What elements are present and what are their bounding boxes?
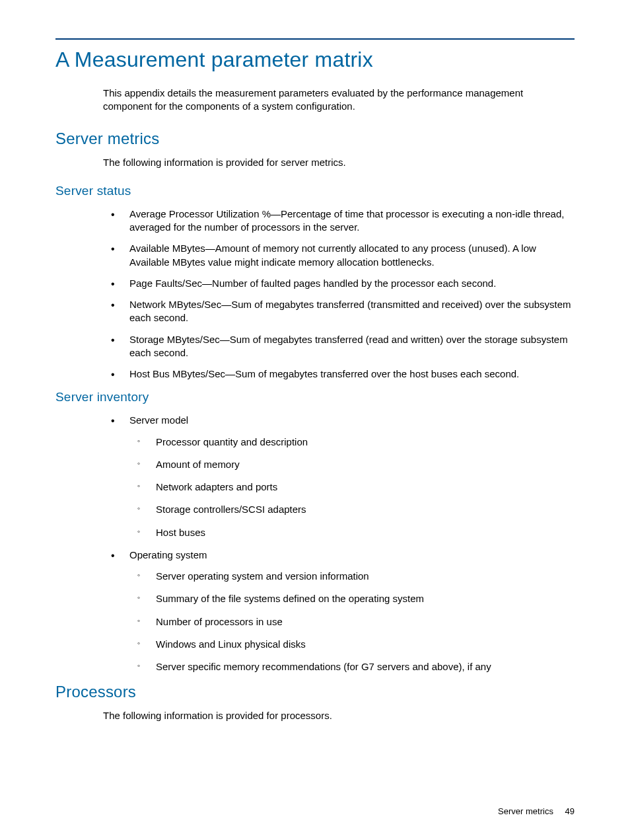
section-heading-server-inventory: Server inventory xyxy=(55,390,575,404)
list-item: Network MBytes/Sec—Sum of megabytes tran… xyxy=(103,298,575,325)
header-rule xyxy=(55,38,575,40)
footer-title: Server metrics xyxy=(498,806,553,816)
list-item: Server model Processor quantity and desc… xyxy=(103,414,575,539)
sub-list: Server operating system and version info… xyxy=(129,570,575,673)
list-item: Operating system Server operating system… xyxy=(103,549,575,674)
sub-list-item: Storage controllers/SCSI adapters xyxy=(129,503,575,516)
section-heading-processors: Processors xyxy=(55,683,575,701)
intro-paragraph: This appendix details the measurement pa… xyxy=(103,87,575,114)
sub-list-item: Server specific memory recommendations (… xyxy=(129,660,575,673)
list-item: Page Faults/Sec—Number of faulted pages … xyxy=(103,277,575,290)
page-footer: Server metrics 49 xyxy=(498,806,575,816)
footer-page-number: 49 xyxy=(565,806,575,816)
sub-list-item: Number of processors in use xyxy=(129,615,575,629)
section-heading-server-status: Server status xyxy=(55,184,575,198)
list-item: Storage MBytes/Sec—Sum of megabytes tran… xyxy=(103,333,575,360)
sub-list-item: Summary of the file systems defined on t… xyxy=(129,592,575,605)
server-metrics-intro: The following information is provided fo… xyxy=(103,156,575,169)
sub-list-item: Windows and Linux physical disks xyxy=(129,638,575,651)
list-item: Available MBytes—Amount of memory not cu… xyxy=(103,242,575,269)
list-item: Average Processor Utilization %—Percenta… xyxy=(103,208,575,235)
section-heading-server-metrics: Server metrics xyxy=(55,130,575,148)
server-status-list: Average Processor Utilization %—Percenta… xyxy=(103,208,575,381)
list-item: Host Bus MBytes/Sec—Sum of megabytes tra… xyxy=(103,367,575,381)
sub-list-item: Server operating system and version info… xyxy=(129,570,575,583)
sub-list-item: Processor quantity and description xyxy=(129,436,575,449)
server-inventory-list: Server model Processor quantity and desc… xyxy=(103,414,575,673)
sub-list-item: Host buses xyxy=(129,526,575,539)
processors-intro: The following information is provided fo… xyxy=(103,709,575,722)
list-item-label: Server model xyxy=(129,414,188,426)
list-item-label: Operating system xyxy=(129,549,207,560)
page-heading: A Measurement parameter matrix xyxy=(55,48,575,72)
sub-list-item: Amount of memory xyxy=(129,458,575,471)
sub-list-item: Network adapters and ports xyxy=(129,480,575,494)
sub-list: Processor quantity and description Amoun… xyxy=(129,436,575,539)
